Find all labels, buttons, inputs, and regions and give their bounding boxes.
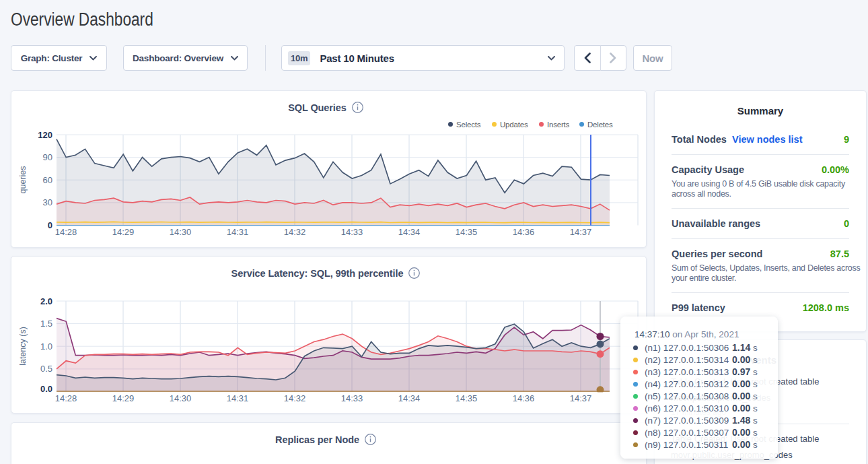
svg-text:queries: queries: [18, 166, 28, 194]
svg-text:14:34: 14:34: [398, 227, 421, 237]
svg-text:14:36: 14:36: [513, 393, 535, 403]
svg-text:latency (s): latency (s): [18, 327, 28, 366]
svg-text:90: 90: [43, 152, 52, 162]
svg-text:14:32: 14:32: [284, 393, 306, 403]
svg-text:30: 30: [43, 197, 52, 207]
svg-text:14:33: 14:33: [341, 393, 363, 403]
svg-text:14:28: 14:28: [55, 227, 77, 237]
svg-text:14:35: 14:35: [456, 393, 478, 403]
svg-text:14:37: 14:37: [570, 393, 592, 403]
svg-text:14:37: 14:37: [570, 227, 592, 237]
svg-text:0.5: 0.5: [40, 364, 52, 374]
svg-text:14:35: 14:35: [456, 227, 478, 237]
svg-text:14:34: 14:34: [398, 393, 421, 403]
svg-text:1.0: 1.0: [40, 341, 52, 352]
svg-text:0: 0: [48, 220, 52, 230]
svg-text:0.0: 0.0: [40, 384, 52, 394]
svg-text:2.0: 2.0: [40, 296, 52, 306]
svg-text:14:32: 14:32: [284, 227, 306, 237]
svg-text:1.5: 1.5: [40, 319, 52, 329]
svg-text:14:36: 14:36: [513, 227, 535, 237]
svg-text:14:30: 14:30: [170, 227, 192, 237]
svg-text:14:31: 14:31: [227, 393, 249, 403]
svg-text:120: 120: [38, 130, 52, 140]
svg-text:14:28: 14:28: [55, 393, 77, 403]
svg-text:14:29: 14:29: [112, 393, 135, 403]
svg-text:60: 60: [43, 175, 52, 185]
svg-text:14:31: 14:31: [227, 227, 249, 237]
svg-text:14:30: 14:30: [170, 393, 192, 403]
svg-text:14:33: 14:33: [341, 227, 363, 237]
svg-text:14:29: 14:29: [112, 227, 135, 237]
